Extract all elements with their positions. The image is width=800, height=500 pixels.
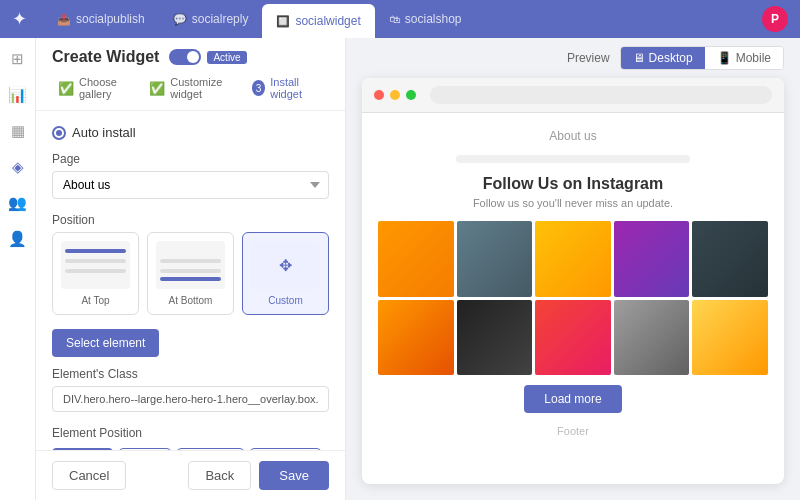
browser-dot-red <box>374 90 384 100</box>
top-nav: ✦ 📤 socialpublish 💬 socialreply 🔲 social… <box>0 0 800 38</box>
browser-footer-label: Footer <box>378 425 768 445</box>
toggle-wrap: Active <box>169 49 246 65</box>
elements-class-group: Element's Class <box>52 367 329 412</box>
cancel-button[interactable]: Cancel <box>52 461 126 490</box>
active-badge: Active <box>207 51 246 64</box>
photo-6 <box>378 300 454 376</box>
panel-footer: Cancel Back Save <box>36 450 345 500</box>
nav-tab-socialreply-label: socialreply <box>192 12 249 26</box>
about-nav-label: About us <box>378 129 768 143</box>
photo-8 <box>535 300 611 376</box>
page-field-group: Page About us <box>52 152 329 199</box>
custom-label: Custom <box>268 295 302 306</box>
photo-grid <box>378 221 768 375</box>
elements-class-input[interactable] <box>52 386 329 412</box>
photo-10 <box>692 300 768 376</box>
ig-subtitle: Follow us so you'll never miss an update… <box>378 197 768 209</box>
step2-label: Customize widget <box>170 76 240 100</box>
ig-title: Follow Us on Instagram <box>378 175 768 193</box>
browser-window: About us Follow Us on Instagram Follow u… <box>362 78 784 484</box>
at-top-label: At Top <box>81 295 109 306</box>
mobile-btn[interactable]: 📱 Mobile <box>705 47 783 69</box>
element-position-group: Element Position Before After Append Pre… <box>52 426 329 450</box>
nav-tab-socialshop[interactable]: 🛍 socialshop <box>375 0 476 38</box>
panel-body: Auto install Page About us Position At T… <box>36 111 345 450</box>
position-at-top[interactable]: At Top <box>52 232 139 315</box>
dashboard-icon[interactable]: ⊞ <box>11 50 24 68</box>
preview-label: Preview <box>567 51 610 65</box>
nav-tab-socialshop-label: socialshop <box>405 12 462 26</box>
nav-tab-socialpublish-label: socialpublish <box>76 12 145 26</box>
auto-install-radio[interactable]: Auto install <box>52 125 329 140</box>
photo-1 <box>378 221 454 297</box>
position-field-group: Position At Top <box>52 213 329 315</box>
panel-header: Create Widget Active ✅ Choose gallery ✅ … <box>36 38 345 111</box>
nav-tab-socialreply[interactable]: 💬 socialreply <box>159 0 263 38</box>
user-avatar[interactable]: P <box>762 6 788 32</box>
step3-label: Install widget <box>270 76 323 100</box>
chart-icon[interactable]: 📊 <box>8 86 27 104</box>
browser-dot-green <box>406 90 416 100</box>
mid2-line <box>65 269 126 273</box>
footer-right-buttons: Back Save <box>188 461 329 490</box>
mobile-icon: 📱 <box>717 51 732 65</box>
auto-install-label: Auto install <box>72 125 136 140</box>
element-position-label: Element Position <box>52 426 329 440</box>
position-at-bottom[interactable]: At Bottom <box>147 232 234 315</box>
logo-icon: ✦ <box>12 8 27 30</box>
nav-tab-socialpublish[interactable]: 📤 socialpublish <box>43 0 159 38</box>
widget-icon: 🔲 <box>276 15 290 28</box>
nav-tab-socialwidget[interactable]: 🔲 socialwidget <box>262 4 374 38</box>
select-element-button[interactable]: Select element <box>52 329 159 357</box>
step-customize-widget[interactable]: ✅ Customize widget <box>143 76 246 100</box>
desktop-icon: 🖥 <box>633 51 645 65</box>
custom-diagram: ✥ <box>251 241 320 289</box>
layers-icon[interactable]: ◈ <box>12 158 24 176</box>
step1-label: Choose gallery <box>79 76 137 100</box>
step-install-widget[interactable]: 3 Install widget <box>246 76 329 100</box>
photo-5 <box>692 221 768 297</box>
select-element-wrap: Select element <box>52 329 329 357</box>
publish-icon: 📤 <box>57 13 71 26</box>
photo-2 <box>457 221 533 297</box>
active-toggle[interactable] <box>169 49 201 65</box>
right-panel: Preview 🖥 Desktop 📱 Mobile Abou <box>346 38 800 500</box>
back-button[interactable]: Back <box>188 461 251 490</box>
main-layout: ⊞ 📊 ▦ ◈ 👥 👤 Create Widget Active ✅ Choos… <box>0 38 800 500</box>
load-more-button[interactable]: Load more <box>524 385 621 413</box>
browser-dot-yellow <box>390 90 400 100</box>
mobile-label: Mobile <box>736 51 771 65</box>
mid1-b-line <box>160 259 221 263</box>
sidebar-icon-rail: ⊞ 📊 ▦ ◈ 👥 👤 <box>0 38 36 500</box>
mid2-b-line <box>160 269 221 273</box>
browser-url-bar <box>430 86 772 104</box>
save-button[interactable]: Save <box>259 461 329 490</box>
preview-toolbar: Preview 🖥 Desktop 📱 Mobile <box>346 38 800 78</box>
step-choose-gallery[interactable]: ✅ Choose gallery <box>52 76 143 100</box>
grid-icon[interactable]: ▦ <box>11 122 25 140</box>
desktop-label: Desktop <box>649 51 693 65</box>
auto-install-radio-dot <box>52 126 66 140</box>
top-line <box>65 249 126 253</box>
nav-placeholder <box>456 155 690 163</box>
at-bottom-label: At Bottom <box>169 295 213 306</box>
person-icon[interactable]: 👤 <box>8 230 27 248</box>
browser-chrome <box>362 78 784 113</box>
elements-class-label: Element's Class <box>52 367 329 381</box>
position-field-label: Position <box>52 213 329 227</box>
position-custom[interactable]: ✥ Custom <box>242 232 329 315</box>
at-bottom-diagram <box>156 241 225 289</box>
people-icon[interactable]: 👥 <box>8 194 27 212</box>
instagram-section: Follow Us on Instagram Follow us so you'… <box>378 175 768 425</box>
shop-icon: 🛍 <box>389 13 400 25</box>
nav-tab-socialwidget-label: socialwidget <box>295 14 360 28</box>
photo-7 <box>457 300 533 376</box>
browser-content: About us Follow Us on Instagram Follow u… <box>362 113 784 484</box>
page-select[interactable]: About us <box>52 171 329 199</box>
photo-9 <box>614 300 690 376</box>
desktop-btn[interactable]: 🖥 Desktop <box>621 47 705 69</box>
step2-check-icon: ✅ <box>149 81 165 96</box>
mid1-line <box>65 259 126 263</box>
panel-title: Create Widget <box>52 48 159 66</box>
step3-num: 3 <box>252 80 265 96</box>
